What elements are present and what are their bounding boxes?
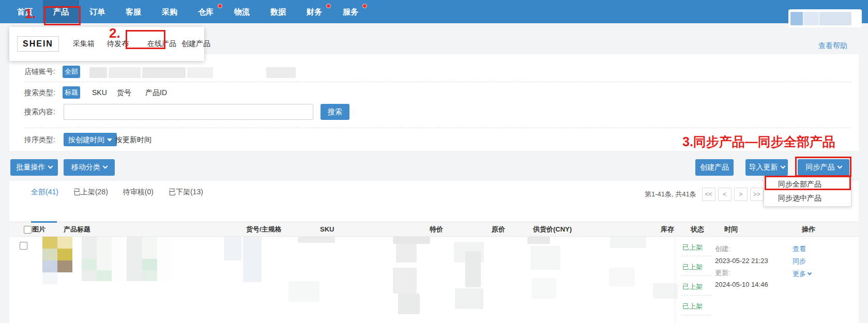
tab-all[interactable]: 全部(41) [31,188,58,197]
view-link[interactable]: 查看 [793,243,811,255]
account-label: 店铺账号: [24,67,55,76]
header-time: 时间 [724,225,802,234]
nav-item-label: 财务 [307,7,322,16]
status-column: 已上架 已上架 已上架 已上架 [682,243,714,321]
chevron-down-icon [808,271,812,275]
notification-dot [326,4,331,8]
prev-page-button[interactable]: < [718,188,732,201]
search-button[interactable]: 搜索 [321,104,349,120]
blurred-account[interactable] [142,67,186,78]
online-products-page: 首页 产品 订单 客服 采购 仓库 物流 数据 财务 服务 SHEIN 采集箱 … [0,0,868,323]
product-list-panel: 全部(41) 已上架(28) 待审核(0) 已下架(13) 第1-41条, 共4… [9,181,859,323]
sort-type-label: 排序类型: [24,135,55,145]
header-special-price: 特价 [430,225,492,234]
header-original-price: 原价 [492,225,533,234]
menu-item-create-product[interactable]: 创建产品 [181,39,210,49]
tab-pending-review[interactable]: 待审核(0) [123,188,154,197]
tab-listed[interactable]: 已上架(28) [73,188,108,197]
blurred-account[interactable] [89,67,107,78]
account-filter-all[interactable]: 全部 [63,66,80,78]
product-dropdown-menu: SHEIN 采集箱 待发布 在线产品 创建产品 [9,27,204,61]
header-title: 产品标题 [64,225,246,234]
sync-product-button[interactable]: 同步产品 [798,159,849,176]
status-badge: 已上架 [682,263,703,271]
view-help-link[interactable]: 查看帮助 [818,41,847,51]
sort-selected-label: 按创建时间 [68,135,104,144]
status-badge: 已上架 [682,302,703,310]
button-label: 移动分类 [71,163,100,171]
updated-label: 更新: [715,267,768,279]
header-status: 状态 [691,225,724,234]
updated-time: 2024-05-10 14:46 [715,279,768,290]
last-page-button[interactable]: >> [750,188,764,201]
select-all-checkbox[interactable] [24,226,32,234]
sort-by-create-time[interactable]: 按创建时间 [64,133,117,146]
next-page-button[interactable]: > [734,188,748,201]
chevron-down-icon [837,164,842,169]
blurred-product-image[interactable] [42,237,72,284]
nav-item-label: 服务 [343,7,358,16]
more-label: 更多 [793,270,806,278]
created-label: 创建: [715,243,768,255]
annotation-step3: 3.同步产品—同步全部产品 [682,133,867,150]
import-update-button[interactable]: 导入更新 [745,159,788,176]
search-type-label: 搜索类型: [24,88,55,98]
caret-down-icon [107,139,112,142]
sync-selected-products-item[interactable]: 同步选中产品 [764,191,851,205]
first-page-button[interactable]: << [702,188,715,201]
notification-dot [362,4,367,8]
button-label: 导入更新 [749,163,778,171]
sync-link[interactable]: 同步 [793,255,811,268]
create-product-button[interactable]: 创建产品 [695,159,734,176]
chevron-down-icon [48,164,53,169]
nav-item-services[interactable]: 服务 [332,0,369,23]
user-account-widget[interactable] [788,9,862,27]
shein-logo: SHEIN [17,36,59,52]
sort-by-update-time[interactable]: 按更新时间 [115,135,151,145]
blurred-product-title [82,237,172,281]
column-divider [675,237,675,323]
nav-item-label: 仓库 [198,7,214,16]
menu-item-online-products[interactable]: 在线产品 [147,39,176,49]
button-label: 同步产品 [806,163,835,171]
nav-item-service[interactable]: 客服 [115,0,151,23]
nav-item-data[interactable]: 数据 [260,0,296,23]
search-type-item-no[interactable]: 货号 [117,88,131,98]
button-label: 创建产品 [700,163,729,171]
chevron-down-icon [780,164,785,169]
nav-item-orders[interactable]: 订单 [79,0,115,23]
top-navbar: 首页 产品 订单 客服 采购 仓库 物流 数据 财务 服务 [0,0,868,23]
nav-item-logistics[interactable]: 物流 [224,0,260,23]
header-item-no: 货号/主规格 [246,225,320,234]
sync-all-products-item[interactable]: 同步全部产品 [764,177,851,191]
row-checkbox[interactable] [20,242,27,250]
search-type-product-id[interactable]: 产品ID [145,88,167,98]
more-link[interactable]: 更多 [793,268,811,280]
batch-operation-button[interactable]: 批量操作 [10,159,58,176]
divider [24,82,851,82]
search-type-title[interactable]: 标题 [63,86,80,99]
sync-product-dropdown: 同步全部产品 同步选中产品 [764,176,851,207]
blurred-account[interactable] [187,67,213,78]
header-sku: SKU [320,225,430,233]
move-category-button[interactable]: 移动分类 [64,159,115,176]
header-image: 图片 [32,225,64,234]
menu-item-collect-box[interactable]: 采集箱 [73,39,95,49]
status-tabbar: 全部(41) 已上架(28) 待审核(0) 已下架(13) 第1-41条, 共4… [9,181,859,222]
annotation-step1: 1. [25,6,36,22]
search-type-sku[interactable]: SKU [92,88,107,97]
nav-item-purchase[interactable]: 采购 [151,0,188,23]
tab-delisted[interactable]: 已下架(13) [169,188,203,197]
blurred-account[interactable] [109,67,141,78]
blurred-account[interactable] [266,67,296,78]
status-badge: 已上架 [682,243,703,251]
nav-item-finance[interactable]: 财务 [296,0,332,23]
search-input[interactable] [64,104,313,120]
header-supply-price: 供货价(CNY) [533,225,661,234]
nav-item-products[interactable]: 产品 [43,0,79,23]
actions-column: 查看 同步 更多 [793,243,811,280]
chevron-down-icon [103,164,108,169]
header-actions: 操作 [802,225,859,234]
nav-item-warehouse[interactable]: 仓库 [188,0,224,23]
notification-dot [218,4,222,8]
